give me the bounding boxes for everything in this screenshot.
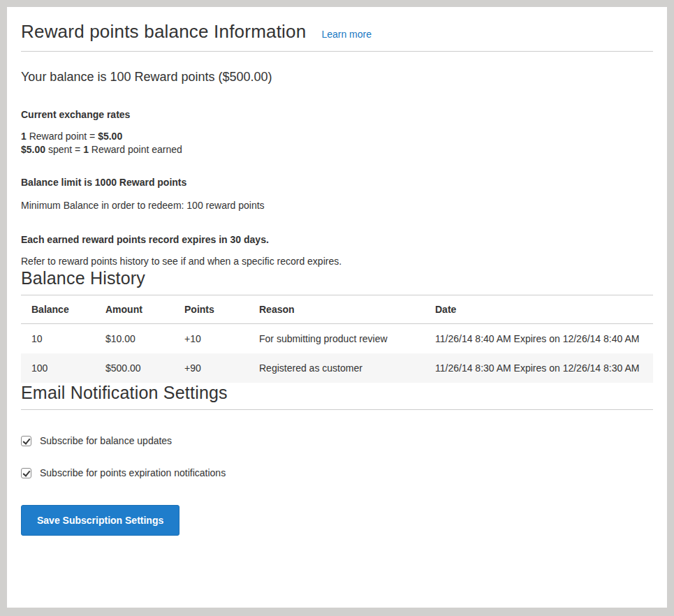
points-expiration-label[interactable]: Subscribe for points expiration notifica…	[40, 467, 226, 478]
header-divider	[21, 51, 653, 52]
rate1-value: $5.00	[98, 131, 122, 142]
exchange-rates-heading: Current exchange rates	[21, 108, 653, 122]
rate1-equals: Reward point =	[27, 131, 98, 142]
column-header-date: Date	[425, 295, 653, 324]
minimum-balance-text: Minimum Balance in order to redeem: 100 …	[21, 199, 653, 212]
exchange-rate-line-1: 1 Reward point = $5.00	[21, 131, 122, 142]
rate2-equals: spent =	[45, 144, 83, 155]
table-row: 100 $500.00 +90 Registered as customer 1…	[21, 353, 653, 383]
cell-points: +10	[174, 324, 249, 354]
email-settings-title: Email Notification Settings	[21, 383, 653, 403]
expiration-heading: Each earned reward points record expires…	[21, 233, 653, 247]
rate2-suffix: Reward point earned	[89, 144, 182, 155]
balance-updates-option: Subscribe for balance updates	[21, 435, 653, 446]
cell-amount: $500.00	[95, 353, 174, 383]
cell-date: 11/26/14 8:40 AM Expires on 12/26/14 8:4…	[425, 324, 653, 354]
table-header-row: Balance Amount Points Reason Date	[21, 295, 653, 324]
balance-history-title: Balance History	[21, 268, 653, 288]
cell-reason: Registered as customer	[249, 353, 425, 383]
points-expiration-option: Subscribe for points expiration notifica…	[21, 467, 653, 478]
balance-updates-label[interactable]: Subscribe for balance updates	[40, 435, 172, 446]
column-header-reason: Reason	[249, 295, 425, 324]
table-row: 10 $10.00 +10 For submitting product rev…	[21, 324, 653, 354]
balance-history-table: Balance Amount Points Reason Date 10 $10…	[21, 295, 653, 383]
cell-amount: $10.00	[95, 324, 174, 354]
cell-date: 11/26/14 8:30 AM Expires on 12/26/14 8:3…	[425, 353, 653, 383]
exchange-rate-line-2: $5.00 spent = 1 Reward point earned	[21, 144, 182, 155]
cell-points: +90	[174, 353, 249, 383]
save-subscription-settings-button[interactable]: Save Subscription Settings	[21, 505, 180, 536]
page-title: Reward points balance Information	[21, 21, 306, 43]
column-header-points: Points	[174, 295, 249, 324]
email-settings-divider	[21, 409, 653, 410]
rate2-points: 1	[83, 144, 89, 155]
cell-balance: 10	[21, 324, 95, 354]
cell-reason: For submitting product review	[249, 324, 425, 354]
balance-updates-checkbox[interactable]	[21, 436, 31, 446]
balance-summary: Your balance is 100 Reward points ($500.…	[21, 70, 653, 85]
column-header-balance: Balance	[21, 295, 95, 324]
balance-limit-text: Balance limit is 1000 Reward points	[21, 176, 653, 189]
expiration-note: Refer to reward points history to see if…	[21, 255, 653, 268]
rate2-value: $5.00	[21, 144, 45, 155]
rate1-points: 1	[21, 131, 27, 142]
reward-points-panel: Reward points balance Information Learn …	[7, 7, 667, 608]
learn-more-link[interactable]: Learn more	[321, 29, 372, 40]
column-header-amount: Amount	[95, 295, 174, 324]
cell-balance: 100	[21, 353, 95, 383]
points-expiration-checkbox[interactable]	[21, 468, 31, 478]
page-header: Reward points balance Information Learn …	[21, 21, 653, 43]
exchange-rates-lines: 1 Reward point = $5.00 $5.00 spent = 1 R…	[21, 130, 653, 156]
